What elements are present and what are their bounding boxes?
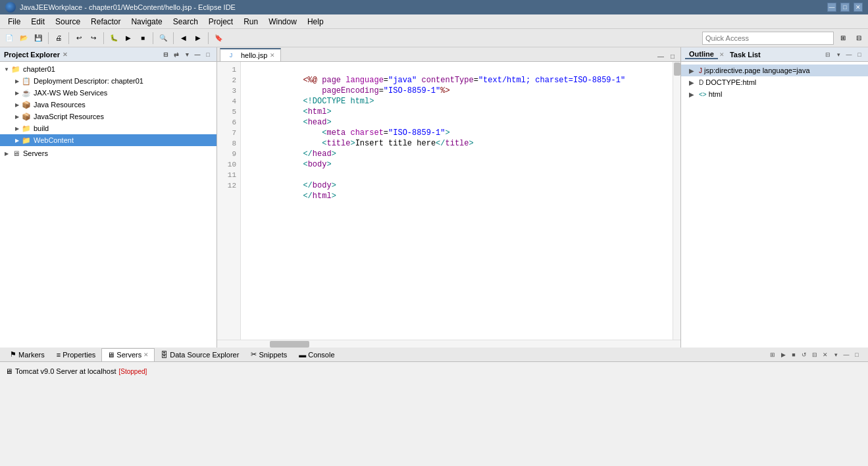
tree-item-jaxws[interactable]: ▶ ☕ JAX-WS Web Services xyxy=(0,87,217,99)
maximize-panel-button[interactable]: □ xyxy=(203,50,213,59)
next-button[interactable]: ▶ xyxy=(191,32,205,45)
stop-button[interactable]: ■ xyxy=(136,32,149,45)
tab-close-button[interactable]: ✕ xyxy=(270,52,275,59)
tree-item-webcontent[interactable]: ▶ 📁 WebContent xyxy=(0,134,217,146)
jspdir-expand-icon[interactable]: ▶ xyxy=(686,67,697,74)
bottom-disconnect-btn[interactable]: ⊟ xyxy=(810,350,819,359)
properties-label: Properties xyxy=(63,351,95,359)
outline-item-doctype[interactable]: ▶ D DOCTYPE:html xyxy=(681,76,868,88)
expand-build-arrow[interactable]: ▶ xyxy=(13,124,21,132)
new-button[interactable]: 📄 xyxy=(3,32,16,45)
outline-item-jspdir[interactable]: ▶ J jsp:directive.page language=java xyxy=(681,65,868,76)
server-item-tomcat[interactable]: 🖥 Tomcat v9.0 Server at localhost [Stopp… xyxy=(5,365,863,378)
minimize-button[interactable]: — xyxy=(827,3,836,12)
debug-button[interactable]: 🐛 xyxy=(107,32,120,45)
menu-edit[interactable]: Edit xyxy=(26,14,50,28)
quick-access-input[interactable] xyxy=(702,32,834,45)
menu-search[interactable]: Search xyxy=(168,14,203,28)
collapse-all-button[interactable]: ⊟ xyxy=(161,50,170,59)
tree-label-javaresources: Java Resources xyxy=(34,101,86,109)
run-button[interactable]: ▶ xyxy=(122,32,135,45)
horizontal-scrollbar[interactable] xyxy=(217,340,680,348)
outline-min-btn[interactable]: — xyxy=(844,50,854,59)
bottom-panel-actions: ⊞ ▶ ■ ↺ ⊟ ✕ ▾ — □ xyxy=(768,350,864,359)
bottom-stop-btn[interactable]: ■ xyxy=(789,350,798,359)
expand-deployment-arrow[interactable]: ▶ xyxy=(13,77,21,85)
title-bar: JavaJEEWorkplace - chapter01/WebContent/… xyxy=(0,0,868,14)
bottom-restart-btn[interactable]: ↺ xyxy=(800,350,809,359)
tab-outline[interactable]: Outline xyxy=(685,50,718,59)
bottom-play-btn[interactable]: ▶ xyxy=(779,350,788,359)
tab-task-list[interactable]: Task List xyxy=(726,51,765,59)
bookmark-button[interactable]: 🔖 xyxy=(212,32,225,45)
menu-window[interactable]: Window xyxy=(263,14,302,28)
outline-max-btn[interactable]: □ xyxy=(855,50,864,59)
code-content[interactable]: <%@ page language="java" contentType="te… xyxy=(241,62,673,340)
menu-navigate[interactable]: Navigate xyxy=(126,14,167,28)
link-editor-button[interactable]: ⇄ xyxy=(172,50,181,59)
menu-refactor[interactable]: Refactor xyxy=(86,14,126,28)
tab-properties[interactable]: ≡ Properties xyxy=(51,348,102,361)
right-panel-tabs: Outline ✕ Task List ⊟ ▾ — □ xyxy=(681,47,868,62)
tab-markers[interactable]: ⚑ Markers xyxy=(4,348,51,361)
editor-maximize-button[interactable]: □ xyxy=(667,51,678,61)
doctype-expand-icon[interactable]: ▶ xyxy=(686,79,697,86)
tree-item-deployment[interactable]: ▶ 📋 Deployment Descriptor: chapter01 xyxy=(0,75,217,87)
work-area: Project Explorer ✕ ⊟ ⇄ ▾ — □ ▼ 📁 chapter… xyxy=(0,47,868,348)
scroll-thumb[interactable] xyxy=(674,63,680,76)
outline-item-html[interactable]: ▶ <> html xyxy=(681,88,868,100)
expand-jaxws-arrow[interactable]: ▶ xyxy=(13,89,21,97)
menu-help[interactable]: Help xyxy=(302,14,329,28)
redo-button[interactable]: ↪ xyxy=(87,32,100,45)
view-button[interactable]: ⊟ xyxy=(852,32,865,45)
tab-datasource[interactable]: 🗄 Data Source Explorer xyxy=(155,348,245,361)
expand-chapter01-arrow[interactable]: ▼ xyxy=(3,65,11,73)
bottom-remove-btn[interactable]: ✕ xyxy=(821,350,830,359)
expand-webcontent-arrow[interactable]: ▶ xyxy=(13,136,21,144)
tomcat-icon: 🖥 xyxy=(5,367,13,375)
horiz-scroll-thumb[interactable] xyxy=(270,341,309,348)
menu-run[interactable]: Run xyxy=(238,14,263,28)
tree-item-build[interactable]: ▶ 📁 build xyxy=(0,122,217,134)
outline-menu-btn[interactable]: ▾ xyxy=(834,50,843,59)
header-x-icon: ✕ xyxy=(63,51,68,58)
undo-button[interactable]: ↩ xyxy=(72,32,86,45)
editor-tab-hellojsp[interactable]: J hello.jsp ✕ xyxy=(220,48,281,61)
tree-item-js-resources[interactable]: ▶ 📦 JavaScript Resources xyxy=(0,111,217,122)
minimize-panel-button[interactable]: — xyxy=(193,50,202,59)
bottom-max-btn[interactable]: □ xyxy=(852,350,861,359)
print-button[interactable]: 🖨 xyxy=(52,32,65,45)
tree-item-servers[interactable]: ▶ 🖥 Servers xyxy=(0,147,217,159)
tree-item-chapter01[interactable]: ▼ 📁 chapter01 xyxy=(0,63,217,75)
left-panel: Project Explorer ✕ ⊟ ⇄ ▾ — □ ▼ 📁 chapter… xyxy=(0,47,217,348)
bottom-menu-btn[interactable]: ▾ xyxy=(831,350,840,359)
close-button[interactable]: ✕ xyxy=(854,3,863,12)
search-toolbar-button[interactable]: 🔍 xyxy=(157,32,170,45)
menu-file[interactable]: File xyxy=(3,14,26,28)
bottom-min-btn[interactable]: — xyxy=(842,350,851,359)
outline-collapse-btn[interactable]: ⊟ xyxy=(823,50,832,59)
tree-item-java-resources[interactable]: ▶ 📦 Java Resources xyxy=(0,99,217,111)
perspective-button[interactable]: ⊞ xyxy=(836,32,850,45)
prev-button[interactable]: ◀ xyxy=(177,32,190,45)
expand-javaresources-arrow[interactable]: ▶ xyxy=(13,101,21,109)
bottom-new-btn[interactable]: ⊞ xyxy=(768,350,777,359)
maximize-button[interactable]: □ xyxy=(840,3,850,12)
menu-project[interactable]: Project xyxy=(203,14,238,28)
app-icon xyxy=(5,2,16,13)
expand-servers-arrow[interactable]: ▶ xyxy=(3,149,11,157)
editor-minimize-button[interactable]: — xyxy=(655,51,666,61)
tab-servers[interactable]: 🖥 Servers ✕ xyxy=(101,348,155,361)
vertical-scrollbar[interactable] xyxy=(673,62,680,340)
menu-source[interactable]: Source xyxy=(50,14,86,28)
html-expand-icon[interactable]: ▶ xyxy=(686,91,697,98)
tab-snippets[interactable]: ✂ Snippets xyxy=(245,348,293,361)
line-num-10: 10 xyxy=(217,159,240,170)
save-button[interactable]: 💾 xyxy=(32,32,45,45)
expand-jsresources-arrow[interactable]: ▶ xyxy=(13,113,21,120)
view-menu-button[interactable]: ▾ xyxy=(182,50,191,59)
editor-area: J hello.jsp ✕ — □ 1 2 3 4 5 6 7 xyxy=(217,47,680,348)
open-button[interactable]: 📂 xyxy=(17,32,30,45)
tab-console[interactable]: ▬ Console xyxy=(293,348,340,361)
code-editor[interactable]: 1 2 3 4 5 6 7 8 9 10 11 12 <%@ page la xyxy=(217,62,680,340)
